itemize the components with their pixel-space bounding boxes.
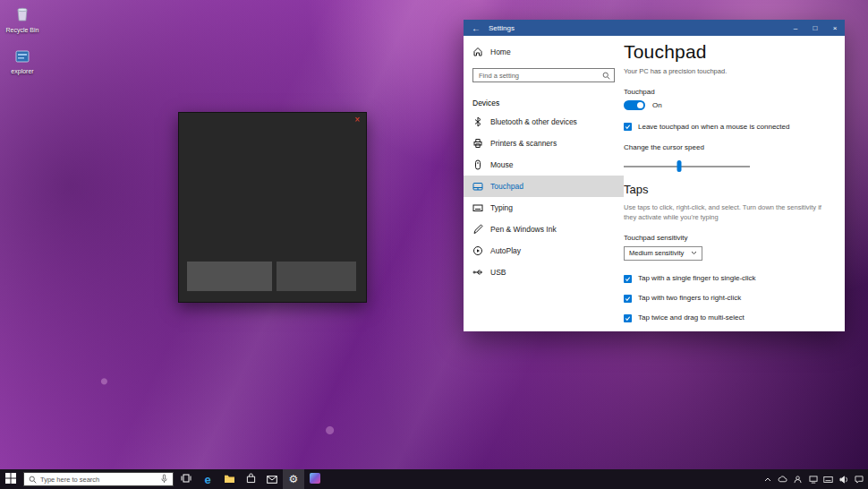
- tap-option-row: Tap with two fingers to right-click: [624, 295, 829, 303]
- task-view-button[interactable]: [175, 469, 197, 489]
- microphone-icon[interactable]: [160, 471, 168, 487]
- sidebar-item-label: Typing: [490, 203, 513, 212]
- desktop-icon-explorer[interactable]: explorer: [2, 50, 43, 75]
- taps-heading: Taps: [624, 183, 829, 196]
- window-title: Settings: [489, 24, 515, 32]
- sidebar-item-touchpad[interactable]: Touchpad: [464, 176, 624, 197]
- desktop-icon-recycle-bin[interactable]: Recycle Bin: [2, 5, 43, 34]
- sidebar-item-bluetooth[interactable]: Bluetooth & other devices: [464, 111, 624, 133]
- desktop-icon-label: Recycle Bin: [6, 27, 39, 34]
- tap-two-fingers-checkbox[interactable]: [624, 295, 632, 303]
- tap-option-row: Tap twice and drag to multi-select: [624, 314, 829, 322]
- touchpad-toggle-label: Touchpad: [624, 88, 829, 96]
- sidebar-item-usb[interactable]: USB: [464, 262, 624, 283]
- gear-icon: ⚙: [289, 474, 299, 485]
- nav-home-label: Home: [490, 47, 511, 56]
- chevron-up-icon[interactable]: [760, 469, 775, 489]
- chevron-down-icon: [691, 249, 697, 257]
- checkbox-label: Tap with a single finger to single-click: [638, 275, 756, 282]
- tap-twice-drag-checkbox[interactable]: [624, 314, 632, 322]
- people-icon[interactable]: [790, 469, 805, 489]
- mouse-connected-checkbox[interactable]: [624, 123, 632, 131]
- colorful-app-button[interactable]: [304, 469, 326, 489]
- file-explorer-button[interactable]: [218, 469, 240, 489]
- store-button[interactable]: [240, 469, 261, 489]
- desktop-icon-label: explorer: [11, 68, 33, 75]
- sensitivity-label: Touchpad sensitivity: [624, 234, 829, 242]
- toggle-state-label: On: [652, 101, 662, 109]
- desktop: Recycle Bin explorer × ← Settings – □ ×: [0, 0, 868, 489]
- system-tray: [760, 469, 868, 489]
- sidebar-item-label: Bluetooth & other devices: [490, 117, 577, 126]
- checkbox-label: Leave touchpad on when a mouse is connec…: [638, 124, 789, 131]
- close-button[interactable]: ×: [825, 20, 845, 36]
- tap-single-finger-checkbox[interactable]: [624, 275, 632, 283]
- search-icon[interactable]: [602, 72, 610, 82]
- edge-icon: e: [204, 474, 210, 485]
- sidebar-item-printers[interactable]: Printers & scanners: [464, 133, 624, 154]
- mail-button[interactable]: [261, 469, 283, 489]
- task-view-icon: [181, 471, 191, 487]
- sidebar-item-label: Mouse: [490, 160, 514, 169]
- sidebar-item-label: Pen & Windows Ink: [490, 225, 557, 234]
- keyboard-icon[interactable]: [821, 469, 836, 489]
- settings-search: [472, 68, 615, 82]
- dark-window-panel-right[interactable]: [277, 262, 356, 291]
- cursor-speed-thumb[interactable]: [677, 160, 682, 172]
- dark-app-window[interactable]: ×: [178, 112, 367, 303]
- printer-icon: [472, 138, 483, 149]
- network-icon[interactable]: [805, 469, 821, 489]
- slider-track[interactable]: [624, 166, 750, 167]
- sensitivity-value: Medium sensitivity: [629, 249, 684, 257]
- dark-window-panel-left[interactable]: [187, 262, 272, 291]
- settings-nav: Home Devices: [464, 36, 624, 331]
- sidebar-item-mouse[interactable]: Mouse: [464, 154, 624, 176]
- titlebar[interactable]: ← Settings – □ ×: [464, 20, 845, 36]
- minimize-button[interactable]: –: [786, 20, 805, 36]
- autoplay-icon: [472, 245, 483, 256]
- colorful-app-icon: [310, 471, 320, 487]
- mouse-connected-checkbox-row: Leave touchpad on when a mouse is connec…: [624, 123, 829, 131]
- page-subtitle: Your PC has a precision touchpad.: [624, 67, 829, 75]
- nav-section-header: Devices: [472, 99, 624, 107]
- settings-taskbar-button[interactable]: ⚙: [283, 469, 304, 489]
- usb-icon: [472, 267, 483, 278]
- action-center-icon[interactable]: [851, 469, 866, 489]
- taskbar-search-input[interactable]: [40, 476, 157, 484]
- taskbar-search[interactable]: [23, 472, 174, 486]
- home-icon: [472, 46, 483, 58]
- cursor-speed-slider[interactable]: [624, 160, 750, 172]
- tap-option-row: Tap with a single finger to single-click: [624, 275, 829, 283]
- toggle-knob: [637, 102, 643, 108]
- start-button[interactable]: [0, 469, 21, 489]
- touchpad-icon: [472, 181, 483, 192]
- file-explorer-icon: [224, 471, 235, 487]
- search-icon: [29, 471, 37, 487]
- sidebar-item-autoplay[interactable]: AutoPlay: [464, 240, 624, 262]
- search-input[interactable]: [472, 68, 615, 82]
- back-button[interactable]: ←: [464, 20, 489, 36]
- recycle-bin-icon: [15, 5, 30, 25]
- nav-item-home[interactable]: Home: [464, 43, 624, 61]
- volume-icon[interactable]: [836, 469, 851, 489]
- sidebar-item-typing[interactable]: Typing: [464, 197, 624, 219]
- explorer-icon: [15, 50, 30, 66]
- sidebar-item-pen[interactable]: Pen & Windows Ink: [464, 219, 624, 240]
- settings-window: ← Settings – □ × Home: [464, 20, 845, 331]
- touchpad-toggle-row: On: [624, 100, 829, 110]
- page-title: Touchpad: [624, 41, 829, 63]
- cursor-speed-label: Change the cursor speed: [624, 143, 829, 151]
- checkbox-label: Tap twice and drag to multi-select: [638, 314, 745, 322]
- maximize-button[interactable]: □: [805, 20, 825, 36]
- store-icon: [246, 471, 256, 487]
- cloud-icon[interactable]: [775, 469, 790, 489]
- windows-logo-icon: [5, 471, 16, 487]
- close-icon[interactable]: ×: [354, 116, 360, 124]
- edge-button[interactable]: e: [197, 469, 218, 489]
- touchpad-toggle[interactable]: [624, 100, 645, 110]
- sensitivity-dropdown[interactable]: Medium sensitivity: [624, 246, 702, 261]
- settings-body: Home Devices: [464, 36, 845, 331]
- sidebar-item-label: Touchpad: [490, 182, 523, 191]
- sidebar-item-label: USB: [490, 268, 506, 277]
- keyboard-icon: [472, 202, 483, 213]
